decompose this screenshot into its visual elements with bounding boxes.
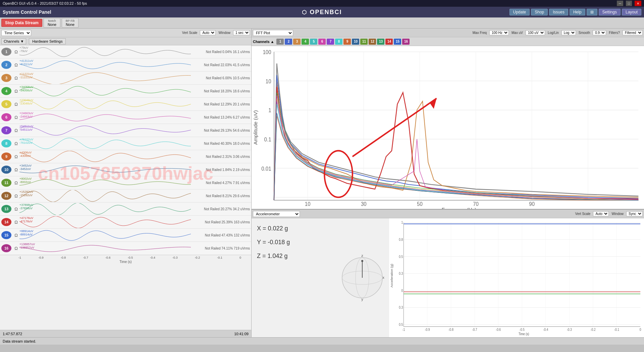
main-area: Time Series Vert Scale Auto Window 1 sec… — [0, 29, 644, 337]
bp-filt-button[interactable]: BP Filt None — [62, 18, 78, 28]
notch-button[interactable]: Notch None — [44, 18, 60, 28]
channel-row-14: 14Ω+47176uV-47176uVNot Railed 25.39% 163… — [0, 216, 251, 229]
channel-omega-15[interactable]: Ω — [13, 233, 19, 238]
channel-omega-13[interactable]: Ω — [13, 207, 19, 212]
accel-section: Accelerometer Vert Scale Auto Window Syn… — [252, 210, 644, 337]
channel-number-2[interactable]: 2 — [1, 61, 11, 69]
layout-icon-button[interactable]: ⊞ — [587, 9, 597, 15]
accel-type-select[interactable]: Accelerometer — [253, 211, 300, 217]
channel-omega-1[interactable]: Ω — [13, 49, 19, 54]
channel-omega-8[interactable]: Ω — [13, 141, 19, 146]
status-bar: Data stream started. — [0, 337, 644, 345]
smooth-select[interactable]: 0.9 — [593, 30, 606, 35]
channel-number-13[interactable]: 13 — [1, 205, 11, 213]
fft-ch-6[interactable]: 6 — [318, 39, 326, 45]
channel-omega-7[interactable]: Ω — [13, 128, 19, 133]
accel-window-select[interactable]: Sync — [626, 211, 643, 216]
fft-ch-9[interactable]: 9 — [343, 39, 351, 45]
max-uv-select[interactable]: 100 uV — [526, 30, 545, 35]
fft-ch-13[interactable]: 13 — [377, 39, 384, 45]
help-button[interactable]: Help — [570, 9, 585, 15]
plot-type-select[interactable]: Time Series — [1, 30, 31, 36]
channel-number-3[interactable]: 3 — [1, 74, 11, 82]
window-select[interactable]: 1 sec — [233, 30, 250, 35]
channel-omega-9[interactable]: Ω — [13, 154, 19, 159]
channel-number-10[interactable]: 10 — [1, 166, 11, 174]
fft-ch-7[interactable]: 7 — [327, 39, 334, 45]
layout-button[interactable]: Layout — [622, 9, 641, 15]
fft-ch-2[interactable]: 2 — [285, 39, 292, 45]
elapsed-time: 1:47:57.872 — [3, 332, 22, 336]
channel-number-1[interactable]: 1 — [1, 48, 11, 56]
channel-number-7[interactable]: 7 — [1, 126, 11, 134]
channel-graph-1: +79uV-79uV — [19, 46, 191, 58]
close-button[interactable]: ✕ — [635, 1, 641, 6]
vert-scale-label: Vert Scale — [182, 31, 198, 35]
x-axis-title: Time (s) — [0, 260, 251, 264]
vert-scale-select[interactable]: Auto — [200, 30, 216, 35]
svg-text:0.3: 0.3 — [399, 271, 403, 275]
fft-ch-10[interactable]: 10 — [352, 39, 359, 45]
loglin-select[interactable]: Log — [561, 30, 576, 35]
svg-text:0.01: 0.01 — [261, 166, 271, 171]
fft-ch-15[interactable]: 15 — [394, 39, 401, 45]
stop-data-stream-button[interactable]: Stop Data Stream — [1, 19, 42, 27]
channel-omega-4[interactable]: Ω — [13, 89, 19, 94]
shop-button[interactable]: Shop — [531, 9, 548, 15]
channel-number-12[interactable]: 12 — [1, 192, 11, 200]
accel-y-value: Y = -0.018 g — [257, 239, 330, 246]
fft-ch-16[interactable]: 16 — [402, 39, 410, 45]
channel-number-4[interactable]: 4 — [1, 87, 11, 95]
channel-number-15[interactable]: 15 — [1, 231, 11, 239]
filters-select[interactable]: Filtered — [623, 30, 643, 35]
minimize-button[interactable]: ─ — [617, 1, 623, 6]
accel-vert-scale-select[interactable]: Auto — [593, 211, 609, 216]
fft-ch-5[interactable]: 5 — [310, 39, 317, 45]
fft-ch-14[interactable]: 14 — [385, 39, 393, 45]
system-title: System Control Panel — [3, 9, 51, 15]
channel-number-8[interactable]: 8 — [1, 139, 11, 147]
fft-ch-4[interactable]: 4 — [302, 39, 309, 45]
channel-status-3: Not Railed 6.00% 10.5 uVrms — [191, 76, 251, 80]
channel-status-16: Not Railed 74.11% 719 uVrms — [191, 247, 251, 250]
channels-dropdown-button[interactable]: Channels ▼ — [1, 38, 26, 44]
channel-omega-10[interactable]: Ω — [13, 167, 19, 172]
accel-sphere-svg: z x y — [339, 254, 386, 301]
menu-bar: System Control Panel ⬡ OPENBCI Update Sh… — [0, 7, 644, 17]
channel-status-6: Not Railed 13.24% 6.27 uVrms — [191, 116, 251, 119]
channel-omega-14[interactable]: Ω — [13, 220, 19, 225]
channel-omega-11[interactable]: Ω — [13, 180, 19, 185]
settings-button[interactable]: Settings — [599, 9, 621, 15]
svg-text:-0.8: -0.8 — [448, 327, 453, 332]
channel-status-14: Not Railed 25.39% 163 uVrms — [191, 220, 251, 224]
fft-ch-3[interactable]: 3 — [293, 39, 301, 45]
channel-number-14[interactable]: 14 — [1, 218, 11, 226]
fft-type-select[interactable]: FFT Plot — [253, 30, 293, 36]
fft-ch-12[interactable]: 12 — [369, 39, 376, 45]
channel-number-5[interactable]: 5 — [1, 100, 11, 108]
maximize-button[interactable]: □ — [626, 1, 632, 6]
issues-button[interactable]: Issues — [549, 9, 568, 15]
channel-row-16: 16Ω+138857uV-138857uVNot Railed 74.11% 7… — [0, 242, 251, 255]
channel-number-11[interactable]: 11 — [1, 179, 11, 187]
accel-x-value: X = 0.022 g — [257, 225, 330, 232]
channel-number-9[interactable]: 9 — [1, 152, 11, 161]
channel-number-16[interactable]: 16 — [1, 244, 11, 252]
hardware-settings-button[interactable]: Hardware Settings — [29, 38, 66, 44]
channel-omega-3[interactable]: Ω — [13, 76, 19, 81]
channel-number-6[interactable]: 6 — [1, 113, 11, 121]
title-bar: OpenBCI GUI v5.0.4 - 2021/03/27 02:03:22… — [0, 0, 644, 7]
fft-ch-11[interactable]: 11 — [360, 39, 368, 45]
channel-omega-16[interactable]: Ω — [13, 246, 19, 251]
fft-ch-1[interactable]: 1 — [276, 39, 284, 45]
fft-channels: Channels ▲ 1 2 3 4 5 6 7 8 9 10 11 12 13… — [252, 37, 644, 46]
svg-text:1: 1 — [401, 221, 403, 225]
channel-omega-2[interactable]: Ω — [13, 62, 19, 68]
channel-omega-12[interactable]: Ω — [13, 193, 19, 199]
channel-omega-6[interactable]: Ω — [13, 115, 19, 120]
svg-text:10: 10 — [305, 201, 311, 207]
update-button[interactable]: Update — [509, 9, 530, 15]
max-freq-select[interactable]: 100 Hz — [489, 30, 509, 35]
fft-ch-8[interactable]: 8 — [335, 39, 342, 45]
channel-omega-5[interactable]: Ω — [13, 102, 19, 107]
